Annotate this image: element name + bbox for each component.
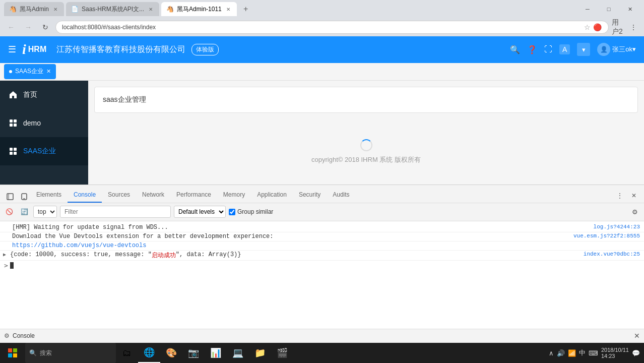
tab1-close[interactable]: ✕ xyxy=(52,6,59,13)
url-bar[interactable]: localhost:8080/#/saas-clients/index ☆ 🔴 xyxy=(55,21,609,34)
taskbar-video[interactable]: 🎬 xyxy=(271,343,293,363)
loading-spinner xyxy=(360,139,372,151)
taskbar-apps: 🔍搜索 🗂 🌐 🎨 📷 📊 💻 📁 🎬 xyxy=(25,343,293,363)
user-account-button[interactable]: 用户2 xyxy=(612,21,625,34)
devtools-more-button[interactable]: ⋮ xyxy=(614,190,626,202)
logo: i HRM xyxy=(22,41,46,57)
back-button[interactable]: ← xyxy=(4,20,18,34)
preserve-log-button[interactable]: 🔄 xyxy=(18,206,30,218)
new-tab-button[interactable]: + xyxy=(239,2,253,16)
close-button[interactable]: ✕ xyxy=(620,2,640,16)
console-input-line[interactable]: > xyxy=(0,261,644,271)
devtools-tab-memory[interactable]: Memory xyxy=(217,188,251,203)
devtools-tab-elements[interactable]: Elements xyxy=(30,188,68,203)
taskbar-ime-icon[interactable]: 中 xyxy=(579,348,586,357)
forward-button[interactable]: → xyxy=(21,20,35,34)
devtools-panel: Elements Console Sources Network Perform… xyxy=(0,185,644,343)
start-button[interactable] xyxy=(0,343,25,363)
console-line-2-file[interactable]: vue.esm.js?22f2:8555 xyxy=(573,233,640,239)
taskbar-vscode[interactable]: 💻 xyxy=(227,343,249,363)
tab3-close[interactable]: ✕ xyxy=(225,6,232,13)
filter-input[interactable] xyxy=(60,206,171,218)
console-line-3[interactable]: https://github.com/vuejs/vue-devtools xyxy=(0,241,644,251)
dropdown-button[interactable]: ▾ xyxy=(577,43,590,56)
devtools-tab-console[interactable]: Console xyxy=(68,188,102,203)
search-icon[interactable]: 🔍 xyxy=(510,45,520,54)
taskbar-explorer[interactable]: 🗂 xyxy=(116,343,138,363)
taskbar-paint[interactable]: 🎨 xyxy=(160,343,182,363)
user-avatar[interactable]: 👤 张三ok▾ xyxy=(597,43,636,56)
clear-console-button[interactable]: 🚫 xyxy=(3,206,15,218)
taskbar-chrome[interactable]: 🌐 xyxy=(138,343,160,363)
level-select[interactable]: Default levels xyxy=(174,206,226,218)
taskbar-excel[interactable]: 📊 xyxy=(205,343,227,363)
language-button[interactable]: A xyxy=(559,44,570,54)
maximize-button[interactable]: □ xyxy=(599,2,619,16)
help-icon[interactable]: ❓ xyxy=(527,45,537,54)
sidebar-item-demo[interactable]: demo xyxy=(0,109,88,137)
taskbar-files[interactable]: 📁 xyxy=(249,343,271,363)
page-content: saas企业管理 xyxy=(94,87,638,113)
console-settings-button[interactable]: ⚙ xyxy=(629,206,641,218)
expand-icon[interactable]: ▶ xyxy=(3,252,6,258)
page-tab-close[interactable]: ✕ xyxy=(46,68,51,75)
group-similar-label[interactable]: Group similar xyxy=(229,208,273,215)
taskbar-keyboard-icon[interactable]: ⌨ xyxy=(589,349,598,357)
tab2-close[interactable]: ✕ xyxy=(147,6,154,13)
console-line-4-suffix: ", data: Array(3)} xyxy=(176,251,241,258)
home-icon xyxy=(8,90,18,100)
devtools-inspect-button[interactable] xyxy=(4,191,16,203)
console-line-1-file[interactable]: log.js?4244:23 xyxy=(594,224,640,230)
hamburger-menu[interactable]: ☰ xyxy=(8,44,16,55)
context-select[interactable]: top xyxy=(33,206,57,218)
settings-menu-button[interactable]: ⋮ xyxy=(627,21,640,34)
fullscreen-icon[interactable]: ⛶ xyxy=(544,45,552,54)
taskbar-expand-icon[interactable]: ∧ xyxy=(549,349,554,357)
devtools-device-button[interactable] xyxy=(18,191,30,203)
console-line-4-prefix: {code: 10000, success: true, message: " xyxy=(10,251,152,258)
tab3-title: 黑马Admin-1011 xyxy=(177,5,222,14)
svg-rect-4 xyxy=(8,348,12,352)
devtools-controls-row: 🚫 🔄 top Default levels Group similar ⚙ xyxy=(0,203,644,221)
bookmark-icon[interactable]: ☆ xyxy=(582,22,592,32)
page-tab-label: SAAS企业 xyxy=(15,67,43,76)
tab1-favicon: 🐴 xyxy=(9,6,17,13)
minimize-button[interactable]: ─ xyxy=(577,2,598,16)
browser-tab-1[interactable]: 🐴 黑马Admin ✕ xyxy=(4,2,64,16)
taskbar-notification-icon[interactable]: 💬 xyxy=(632,349,640,357)
copyright-area: copyright© 2018 IHRM 系统 版权所有 xyxy=(88,119,644,185)
console-cursor xyxy=(10,262,14,269)
console-line-1-text: [HMR] Waiting for update signal from WDS… xyxy=(12,224,168,231)
taskbar-camera[interactable]: 📷 xyxy=(182,343,205,363)
refresh-button[interactable]: ↻ xyxy=(38,20,52,34)
content-area: saas企业管理 copyright© 2018 IHRM 系统 版权所有 xyxy=(88,81,644,185)
window-controls: ─ □ ✕ xyxy=(577,2,640,16)
svg-rect-6 xyxy=(8,353,12,357)
console-link[interactable]: https://github.com/vuejs/vue-devtools xyxy=(12,242,146,249)
devtools-tab-application[interactable]: Application xyxy=(251,188,293,203)
taskbar: 🔍搜索 🗂 🌐 🎨 📷 📊 💻 📁 🎬 ∧ 🔊 📶 中 ⌨ 2018/10/11… xyxy=(0,343,644,363)
page-tab-saas[interactable]: SAAS企业 ✕ xyxy=(4,64,56,79)
sidebar-item-saas[interactable]: SAAS企业 xyxy=(0,137,88,165)
devtools-tab-audits[interactable]: Audits xyxy=(327,188,355,203)
title-bar: 🐴 黑马Admin ✕ 📄 Saas-HRM系统API文... ✕ 🐴 黑马Ad… xyxy=(0,0,644,18)
logo-icon: i xyxy=(22,41,26,57)
devtools-tab-security[interactable]: Security xyxy=(293,188,327,203)
console-line-4-file[interactable]: index.vue?0dbc:25 xyxy=(584,251,640,257)
browser-tab-3[interactable]: 🐴 黑马Admin-1011 ✕ xyxy=(161,2,237,16)
devtools-tab-network[interactable]: Network xyxy=(136,188,170,203)
sidebar-item-home[interactable]: 首页 xyxy=(0,81,88,109)
group-similar-checkbox[interactable] xyxy=(229,209,235,215)
devtools-tab-sources[interactable]: Sources xyxy=(102,188,136,203)
devtools-bottom-icon[interactable]: ⚙ xyxy=(4,332,10,339)
taskbar-search[interactable]: 🔍搜索 xyxy=(25,343,116,363)
devtools-close-button[interactable]: ✕ xyxy=(628,190,640,202)
taskbar-network-icon[interactable]: 📶 xyxy=(568,349,576,357)
devtools-tab-performance[interactable]: Performance xyxy=(170,188,217,203)
sidebar-demo-label: demo xyxy=(23,119,41,127)
taskbar-volume-icon[interactable]: 🔊 xyxy=(557,349,565,357)
copyright-text: copyright© 2018 IHRM 系统 版权所有 xyxy=(311,155,421,164)
browser-tab-2[interactable]: 📄 Saas-HRM系统API文... ✕ xyxy=(66,2,159,16)
devtools-bottom-close[interactable]: ✕ xyxy=(634,332,640,340)
console-line-4[interactable]: ▶ {code: 10000, success: true, message: … xyxy=(0,251,644,261)
